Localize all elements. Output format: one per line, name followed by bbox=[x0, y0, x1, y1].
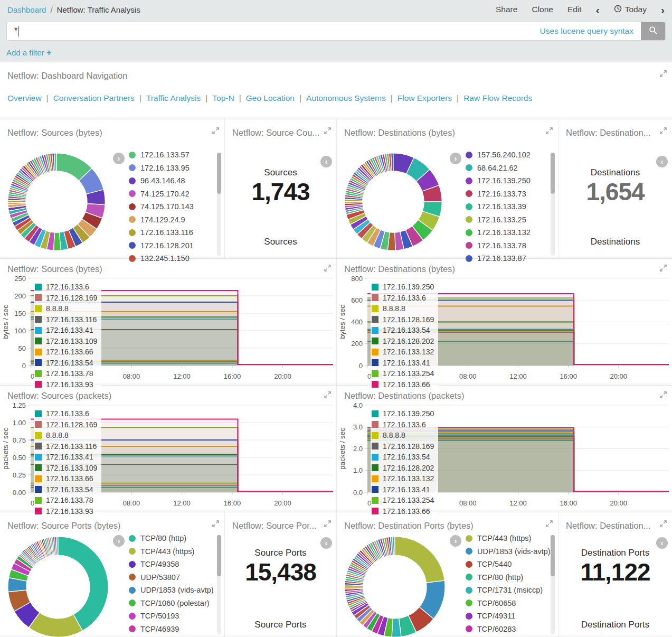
legend-item[interactable]: 172.16.133.116 bbox=[35, 442, 97, 451]
legend-item[interactable]: 172.16.133.73 bbox=[466, 190, 531, 198]
legend-item[interactable]: 172.16.133.116 bbox=[35, 315, 97, 324]
panel-collapse-icon[interactable]: ‹ bbox=[320, 156, 332, 167]
scrollbar-thumb[interactable] bbox=[217, 153, 221, 194]
legend-item[interactable]: 74.125.170.42 bbox=[129, 190, 194, 198]
legend-item[interactable]: 172.16.128.202 bbox=[372, 337, 434, 345]
expand-icon[interactable] bbox=[546, 520, 553, 529]
nav-link-flow-exporters[interactable]: Flow Exporters bbox=[397, 93, 452, 102]
legend-item[interactable]: TCP/49358 bbox=[129, 560, 214, 568]
sources-bytes-donut[interactable] bbox=[5, 151, 108, 253]
donut-slice[interactable] bbox=[58, 537, 108, 631]
scrollbar-thumb[interactable] bbox=[217, 535, 221, 576]
legend-item[interactable]: 172.16.133.57 bbox=[129, 151, 194, 159]
legend-item[interactable]: 172.16.133.6 bbox=[372, 294, 434, 302]
source-ports-donut[interactable] bbox=[5, 534, 111, 637]
time-next-button[interactable]: › bbox=[661, 4, 665, 15]
donut-slice[interactable] bbox=[54, 232, 61, 250]
panel-collapse-icon[interactable]: ‹ bbox=[320, 537, 332, 549]
expand-icon[interactable] bbox=[546, 127, 553, 136]
donut-slice[interactable] bbox=[395, 537, 444, 583]
legend-item[interactable]: 172.16.139.250 bbox=[466, 176, 531, 185]
legend-item[interactable]: 172.16.128.169 bbox=[372, 315, 434, 324]
panel-collapse-icon[interactable]: ‹ bbox=[656, 156, 668, 167]
legend-collapse-icon[interactable]: › bbox=[113, 535, 125, 547]
expand-icon[interactable] bbox=[324, 520, 331, 529]
legend-item[interactable]: 172.16.139.250 bbox=[372, 409, 434, 418]
legend-item[interactable]: TCP/5440 bbox=[466, 560, 551, 568]
nav-link-overview[interactable]: Overview bbox=[7, 93, 42, 102]
expand-icon[interactable] bbox=[212, 520, 219, 529]
legend-item[interactable]: UDP/1853 (vids-avtp) bbox=[129, 586, 214, 594]
legend-item[interactable]: TCP/80 (http) bbox=[129, 534, 214, 542]
legend-item[interactable]: 172.16.133.54 bbox=[35, 359, 97, 367]
legend-collapse-icon[interactable]: › bbox=[450, 153, 461, 164]
nav-link-conversation-partners[interactable]: Conversation Partners bbox=[53, 93, 135, 102]
legend-item[interactable]: 172.16.139.250 bbox=[372, 283, 434, 291]
legend-item[interactable]: 172.16.133.116 bbox=[129, 228, 194, 237]
destinations-bytes-area-chart[interactable]: 0200400600800bytes / sec00:0004:0008:001… bbox=[337, 274, 672, 383]
legend-item[interactable]: 172.16.133.132 bbox=[372, 474, 434, 483]
legend-item[interactable]: TCP/49311 bbox=[466, 612, 551, 620]
legend-item[interactable]: 74.125.170.143 bbox=[129, 202, 194, 211]
legend-item[interactable]: TCP/443 (https) bbox=[129, 547, 214, 556]
legend-item[interactable]: 172.16.133.66 bbox=[35, 474, 97, 483]
legend-item[interactable]: 172.16.128.169 bbox=[372, 442, 434, 451]
add-filter-plus-icon[interactable]: + bbox=[46, 48, 51, 57]
legend-item[interactable]: TCP/80 (http) bbox=[466, 573, 551, 582]
legend-item[interactable]: 172.16.133.41 bbox=[372, 485, 434, 494]
add-filter-link[interactable]: Add a filter bbox=[6, 48, 44, 57]
legend-item[interactable]: 96.43.146.48 bbox=[129, 176, 194, 185]
legend-item[interactable]: 172.16.133.6 bbox=[35, 283, 97, 291]
legend-item[interactable]: 172.16.128.202 bbox=[372, 464, 434, 472]
legend-item[interactable]: 8.8.8.8 bbox=[372, 304, 434, 313]
search-input[interactable]: * Uses lucene query syntax bbox=[6, 22, 666, 41]
panel-collapse-icon[interactable]: ‹ bbox=[656, 537, 668, 549]
legend-item[interactable]: 8.8.8.8 bbox=[35, 304, 97, 313]
nav-link-autonomous-systems[interactable]: Autonomous Systems bbox=[306, 93, 386, 102]
legend-item[interactable]: TCP/46939 bbox=[129, 625, 214, 633]
scrollbar-thumb[interactable] bbox=[551, 153, 555, 194]
legend-item[interactable]: 172.16.133.6 bbox=[35, 409, 97, 418]
legend-item[interactable]: 172.16.133.132 bbox=[372, 348, 434, 356]
expand-icon[interactable] bbox=[660, 264, 667, 274]
legend-collapse-icon[interactable]: › bbox=[113, 153, 125, 164]
legend-item[interactable]: 172.16.133.78 bbox=[466, 241, 531, 250]
legend-item[interactable]: 172.16.133.254 bbox=[372, 496, 434, 504]
expand-icon[interactable] bbox=[660, 391, 667, 400]
legend-item[interactable]: 172.16.133.41 bbox=[372, 359, 434, 367]
sources-packets-area-chart[interactable]: 0.000.250.500.751.001.25packets / sec00:… bbox=[0, 401, 336, 510]
legend-item[interactable]: UDP/1853 (vids-avtp) bbox=[466, 547, 551, 556]
expand-icon[interactable] bbox=[660, 70, 667, 79]
legend-item[interactable]: 172.16.133.132 bbox=[466, 228, 531, 237]
expand-icon[interactable] bbox=[324, 391, 331, 400]
legend-item[interactable]: 8.8.8.8 bbox=[372, 431, 434, 439]
destinations-packets-area-chart[interactable]: 0.01.02.03.04.0packets / sec00:0004:0008… bbox=[337, 401, 672, 510]
legend-item[interactable]: 172.16.133.254 bbox=[372, 369, 434, 378]
nav-link-raw-flow-records[interactable]: Raw Flow Records bbox=[463, 93, 532, 102]
expand-icon[interactable] bbox=[212, 127, 219, 136]
expand-icon[interactable] bbox=[660, 127, 667, 136]
legend-item[interactable]: 172.16.128.169 bbox=[35, 420, 97, 429]
expand-icon[interactable] bbox=[324, 264, 331, 274]
legend-item[interactable]: 68.64.21.62 bbox=[466, 164, 531, 172]
expand-icon[interactable] bbox=[660, 520, 667, 529]
legend-item[interactable]: 8.8.8.8 bbox=[35, 431, 97, 439]
legend-item[interactable]: 172.16.128.169 bbox=[35, 294, 97, 302]
legend-item[interactable]: 172.16.128.201 bbox=[129, 241, 194, 250]
legend-item[interactable]: 172.16.133.78 bbox=[35, 496, 97, 504]
legend-item[interactable]: 172.16.133.54 bbox=[35, 485, 97, 494]
share-button[interactable]: Share bbox=[496, 5, 517, 14]
legend-item[interactable]: 172.16.133.54 bbox=[372, 453, 434, 461]
legend-item[interactable]: 174.129.24.9 bbox=[129, 216, 194, 224]
legend-item[interactable]: TCP/1060 (polestar) bbox=[129, 599, 214, 607]
time-prev-button[interactable]: ‹ bbox=[596, 4, 600, 15]
nav-link-top-n[interactable]: Top-N bbox=[212, 93, 234, 102]
legend-collapse-icon[interactable]: › bbox=[450, 535, 461, 547]
legend-item[interactable]: 172.16.133.41 bbox=[35, 326, 97, 334]
legend-item[interactable]: 172.16.133.54 bbox=[372, 326, 434, 334]
destinations-bytes-donut[interactable] bbox=[342, 151, 444, 253]
legend-item[interactable]: 172.16.133.109 bbox=[35, 337, 97, 345]
legend-item[interactable]: TCP/443 (https) bbox=[466, 534, 551, 542]
legend-item[interactable]: TCP/50193 bbox=[129, 612, 214, 620]
clone-button[interactable]: Clone bbox=[532, 5, 553, 14]
